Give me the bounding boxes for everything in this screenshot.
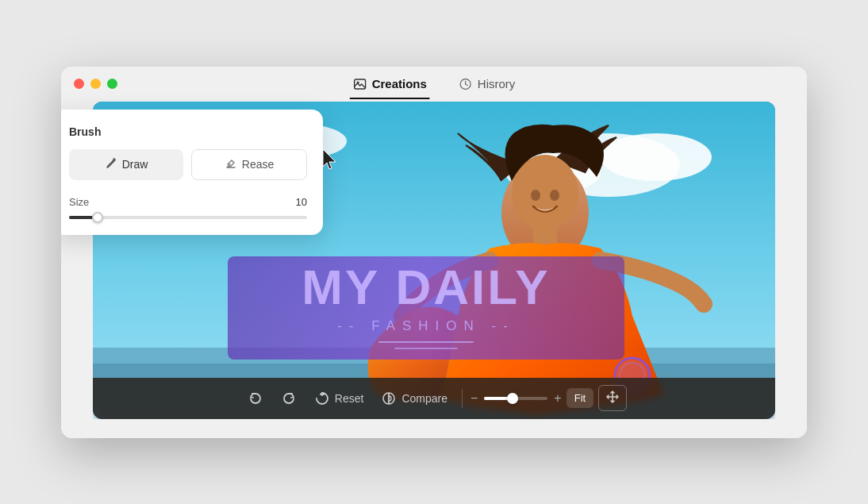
brush-panel-title: Brush	[69, 125, 307, 138]
svg-text:MY DAILY: MY DAILY	[301, 260, 550, 314]
erase-label: Rease	[242, 158, 274, 171]
compare-label: Compare	[401, 392, 447, 405]
zoom-slider-thumb[interactable]	[507, 393, 518, 404]
brush-size-row: Size 10	[69, 196, 307, 208]
move-button[interactable]	[598, 385, 627, 411]
size-value: 10	[296, 196, 307, 208]
reset-button[interactable]: Reset	[308, 386, 371, 411]
cursor-arrow	[320, 148, 340, 175]
toolbar: Reset Compare −	[93, 378, 775, 419]
zoom-slider[interactable]	[484, 397, 547, 400]
brush-panel: Brush Draw Rease	[61, 110, 323, 235]
draw-button[interactable]: Draw	[69, 149, 183, 180]
erase-icon	[225, 157, 237, 172]
tab-creations-label: Creations	[372, 77, 427, 90]
reset-label: Reset	[335, 392, 364, 405]
redo-icon	[281, 391, 297, 406]
draw-label: Draw	[122, 158, 148, 171]
undo-icon	[248, 391, 263, 406]
clock-icon	[459, 77, 473, 91]
size-label: Size	[69, 196, 89, 208]
svg-rect-20	[378, 341, 474, 343]
redo-button[interactable]	[275, 386, 303, 411]
zoom-out-button[interactable]: −	[470, 391, 478, 406]
tab-creations[interactable]: Creations	[350, 69, 430, 99]
close-button[interactable]	[74, 79, 84, 89]
draw-icon	[105, 157, 117, 172]
reset-icon	[314, 391, 330, 406]
svg-rect-21	[394, 348, 458, 349]
zoom-in-button[interactable]: +	[554, 391, 561, 406]
brush-size-slider[interactable]	[69, 216, 307, 219]
compare-icon	[381, 391, 397, 406]
undo-button[interactable]	[241, 386, 270, 411]
brush-button-group: Draw Rease	[69, 149, 307, 180]
compare-button[interactable]: Compare	[374, 386, 454, 411]
svg-point-5	[601, 133, 712, 181]
svg-point-14	[531, 190, 540, 201]
image-icon	[353, 77, 367, 91]
titlebar: Creations Hisrory	[61, 67, 807, 102]
main-window: Creations Hisrory	[61, 67, 807, 438]
brush-slider-thumb[interactable]	[92, 212, 103, 223]
tab-bar: Creations Hisrory	[350, 69, 519, 99]
fit-label: Fit	[574, 392, 586, 404]
tab-history-label: Hisrory	[478, 77, 516, 90]
svg-point-15	[550, 190, 559, 201]
traffic-lights	[74, 79, 117, 89]
zoom-control: − +	[470, 391, 562, 406]
move-icon	[605, 390, 620, 406]
maximize-button[interactable]	[107, 79, 117, 89]
content-area: MY DAILY -- FASHION --	[61, 102, 807, 438]
svg-text:-- FASHION --: -- FASHION --	[337, 318, 515, 333]
fit-button[interactable]: Fit	[567, 388, 593, 408]
toolbar-divider-1	[462, 389, 463, 408]
tab-history[interactable]: Hisrory	[455, 69, 519, 99]
minimize-button[interactable]	[90, 79, 101, 89]
erase-button[interactable]: Rease	[191, 149, 307, 180]
